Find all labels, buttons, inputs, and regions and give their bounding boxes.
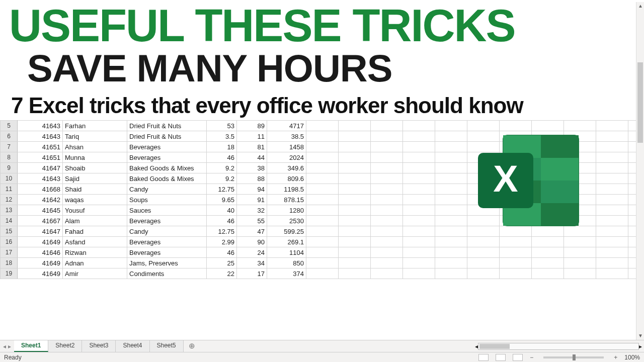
cell[interactable]: [371, 258, 403, 268]
cell[interactable]: waqas: [63, 195, 127, 205]
cell[interactable]: 41642: [18, 195, 63, 205]
vertical-scrollbar[interactable]: ▲ ▼: [636, 2, 644, 340]
zoom-out-button[interactable]: −: [529, 354, 534, 361]
cell[interactable]: [371, 205, 403, 216]
cell[interactable]: Jams, Preserves: [127, 258, 207, 268]
cell[interactable]: Asfand: [63, 237, 127, 247]
cell[interactable]: 41649: [18, 237, 63, 247]
cell[interactable]: [371, 173, 403, 184]
row-header[interactable]: 15: [1, 226, 18, 237]
cell[interactable]: [435, 247, 467, 258]
cell[interactable]: 94: [237, 184, 267, 195]
cell[interactable]: Beverages: [127, 152, 207, 163]
cell[interactable]: 878.15: [267, 195, 306, 205]
cell[interactable]: [532, 121, 564, 131]
cell[interactable]: 22: [207, 268, 237, 279]
cell[interactable]: [339, 258, 371, 268]
cell[interactable]: [339, 237, 371, 247]
row-header[interactable]: 5: [1, 121, 18, 131]
cell[interactable]: [339, 142, 371, 152]
cell[interactable]: [500, 121, 532, 131]
add-sheet-button[interactable]: ⊕: [184, 340, 200, 352]
zoom-level[interactable]: 100%: [624, 354, 640, 361]
cell[interactable]: 1280: [267, 205, 306, 216]
view-page-layout-button[interactable]: [496, 354, 506, 361]
cell[interactable]: [306, 152, 339, 163]
cell[interactable]: Amir: [63, 268, 127, 279]
cell[interactable]: 34: [237, 258, 267, 268]
cell[interactable]: [371, 184, 403, 195]
cell[interactable]: [339, 247, 371, 258]
vertical-scroll-thumb[interactable]: [637, 62, 643, 143]
cell[interactable]: [596, 237, 628, 247]
cell[interactable]: [403, 184, 435, 195]
row-header[interactable]: 12: [1, 195, 18, 205]
row-header[interactable]: 13: [1, 205, 18, 216]
cell[interactable]: [564, 247, 596, 258]
cell[interactable]: 38: [237, 163, 267, 173]
cell[interactable]: [371, 237, 403, 247]
cell[interactable]: [403, 131, 435, 142]
cell[interactable]: [403, 237, 435, 247]
cell[interactable]: 41647: [18, 163, 63, 173]
cell[interactable]: 44: [237, 152, 267, 163]
cell[interactable]: 9.65: [207, 195, 237, 205]
cell[interactable]: 850: [267, 258, 306, 268]
cell[interactable]: Condiments: [127, 268, 207, 279]
cell[interactable]: 349.6: [267, 163, 306, 173]
cell[interactable]: 374: [267, 268, 306, 279]
cell[interactable]: [435, 216, 467, 226]
cell[interactable]: 17: [237, 268, 267, 279]
cell[interactable]: 46: [207, 152, 237, 163]
cell[interactable]: [596, 184, 628, 195]
cell[interactable]: 41651: [18, 152, 63, 163]
cell[interactable]: [339, 131, 371, 142]
cell[interactable]: Farhan: [63, 121, 127, 131]
table-row[interactable]: 1741646RizwanBeverages46241104: [1, 247, 645, 258]
cell[interactable]: [306, 163, 339, 173]
cell[interactable]: [596, 131, 628, 142]
cell[interactable]: [306, 216, 339, 226]
cell[interactable]: 47: [237, 226, 267, 237]
cell[interactable]: Baked Goods & Mixes: [127, 173, 207, 184]
cell[interactable]: 9.2: [207, 173, 237, 184]
cell[interactable]: [596, 216, 628, 226]
cell[interactable]: 41646: [18, 247, 63, 258]
row-header[interactable]: 11: [1, 184, 18, 195]
cell[interactable]: Beverages: [127, 247, 207, 258]
cell[interactable]: [339, 184, 371, 195]
cell[interactable]: [371, 163, 403, 173]
cell[interactable]: 40: [207, 205, 237, 216]
tab-prev-icon[interactable]: ◂: [3, 343, 6, 350]
cell[interactable]: 32: [237, 205, 267, 216]
cell[interactable]: Munna: [63, 152, 127, 163]
table-row[interactable]: 1641649AsfandBeverages2.9990269.1: [1, 237, 645, 247]
cell[interactable]: [403, 152, 435, 163]
cell[interactable]: 809.6: [267, 173, 306, 184]
row-header[interactable]: 9: [1, 163, 18, 173]
cell[interactable]: 41668: [18, 184, 63, 195]
cell[interactable]: [371, 226, 403, 237]
table-row[interactable]: 541643FarhanDried Fruit & Nuts53894717: [1, 121, 645, 131]
row-header[interactable]: 8: [1, 152, 18, 163]
cell[interactable]: 9.2: [207, 163, 237, 173]
cell[interactable]: [435, 142, 467, 152]
row-header[interactable]: 10: [1, 173, 18, 184]
cell[interactable]: [306, 226, 339, 237]
cell[interactable]: [564, 268, 596, 279]
cell[interactable]: [403, 205, 435, 216]
cell[interactable]: 41649: [18, 268, 63, 279]
cell[interactable]: [306, 268, 339, 279]
cell[interactable]: [306, 142, 339, 152]
cell[interactable]: [306, 237, 339, 247]
cell[interactable]: [371, 268, 403, 279]
cell[interactable]: [403, 163, 435, 173]
row-header[interactable]: 19: [1, 268, 18, 279]
cell[interactable]: 1198.5: [267, 184, 306, 195]
cell[interactable]: [339, 163, 371, 173]
view-normal-button[interactable]: [478, 354, 489, 361]
cell[interactable]: 2024: [267, 152, 306, 163]
cell[interactable]: 25: [207, 258, 237, 268]
cell[interactable]: [435, 205, 467, 216]
cell[interactable]: [467, 258, 500, 268]
